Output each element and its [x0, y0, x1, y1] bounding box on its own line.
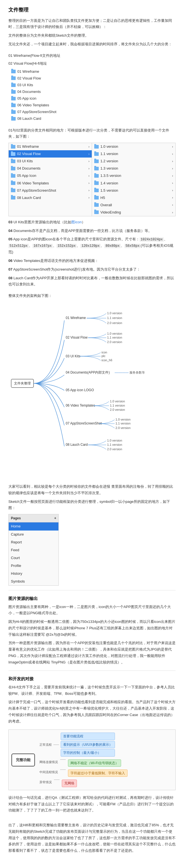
file-row[interactable]: 01 Wireframe › — [9, 143, 92, 150]
sub-pill: 字符的控制（最大/最小） — [61, 749, 115, 756]
branch-middle: 中间流程情况 字符超过/小于最低限制、字符不输入 — [39, 770, 127, 777]
file-row[interactable]: 06 Video Templates › — [9, 180, 92, 187]
section-image-resources-title: 图片资源的输出 — [8, 595, 176, 602]
note-07: 07 AppStoreScreenShot作为(screenshot进行)发布地… — [8, 267, 176, 273]
mindmap-07: 07 AppStoreScreenShot — [66, 422, 102, 425]
folder-icon — [11, 145, 16, 149]
pages-item-report[interactable]: Report — [9, 538, 58, 546]
branch-label-abnormal: 异常情况 — [39, 780, 52, 785]
arrow-icon: › — [172, 202, 173, 208]
file-row[interactable]: H5 › — [92, 194, 175, 202]
mindmap-08-v1: 1.0 version — [107, 439, 122, 442]
arrow-icon: › — [88, 151, 90, 157]
pages-item-symbols[interactable]: Symbols — [9, 578, 58, 585]
para-after-mindmap: 大家可以看到，相比较是每个大分类的时候你的文件都会在进报 查里面布局的注每份，转… — [8, 484, 176, 496]
arrow-icon: › — [172, 166, 173, 171]
pages-item-history[interactable]: History — [9, 570, 58, 578]
section-dev-handoff-title: 和开发的对接 — [8, 675, 176, 682]
pages-item-feed[interactable]: Feed — [9, 546, 58, 554]
note-06: 06 Video Templates是用话语文件的的地方来促进视频： — [8, 258, 176, 264]
folder-icon — [11, 70, 16, 73]
folder-item: 03 UI Kits — [11, 82, 176, 88]
dev-handoff-body2: 设计择于完成一口气，这个时候开发看的功能也看到是否能完成和相应的看面。当产品到了… — [8, 699, 176, 724]
pages-add-button[interactable]: + — [54, 516, 56, 521]
mindmap-06: 06 Video Templates — [66, 403, 95, 407]
image-resources-body2: 因为Hi-fi的图里的时候一般透用二倍图，因为750x1334px的大小还ico… — [8, 619, 176, 638]
file-row[interactable]: 05 App Icon › — [9, 172, 92, 179]
page-title-section: 文件整理 整理的目的一方面是为了让自己和团队查找文件更加方便；二是让自己的思维更… — [8, 6, 176, 48]
mindmap-03-h6: icon_h6 — [101, 359, 113, 362]
pages-label: Pages — [11, 516, 21, 521]
file-row-label: 1.3 version — [100, 165, 118, 172]
file-row-label: 1.0 version — [100, 144, 118, 150]
arrow-icon: › — [172, 181, 173, 186]
branch-line — [60, 760, 66, 760]
mindmap-03: 03 UI Kits — [66, 354, 80, 358]
file-row[interactable]: 1.0 version › — [92, 143, 175, 150]
mindmap-07-v3: 2.0 version — [116, 426, 131, 430]
mindmap-02-v1: 1.0 version — [107, 332, 122, 335]
intro-para-3: 无论文件夹还，一个项目建立起来时，我会根据项目进展的时间排序，将文件夹分为以几个… — [8, 41, 176, 48]
divider — [8, 671, 176, 671]
arrow-icon: › — [88, 173, 90, 179]
folder-icon — [11, 103, 16, 107]
file-row[interactable]: 1.1 version › — [92, 150, 175, 158]
folder-item: 01 Wireframe — [11, 68, 176, 75]
arrow-icon: › — [88, 166, 90, 171]
file-row[interactable]: 1.3 version › — [92, 165, 175, 172]
file-row-selected[interactable]: 02 Visual Flow › — [9, 150, 92, 158]
file-row[interactable]: 04 Documents › — [9, 165, 92, 172]
para-below-notes: 整体文件夹的架构如下图： — [8, 293, 176, 299]
image-resources-body3: 另外一种是图片资源输出图，因为所在一个APP的安装包注重也能是几十个兆的对比，对… — [8, 640, 176, 665]
mindmap-05: 05 App icon LOGO — [66, 388, 94, 392]
item-02: 02 Visual Flow(Hi-fi地址 — [8, 60, 176, 67]
folder-icon — [11, 167, 16, 170]
file-browser: 01 Wireframe › 02 Visual Flow › 03 UI Ki… — [8, 143, 176, 216]
pages-item-capture[interactable]: Capture — [9, 530, 58, 538]
mindmap-04-srv: 服务条数等 — [129, 371, 145, 374]
branch-normal-subs: 首要功能流程 看到的提示（UI/UX参数的展示） 字符的控制（最大/最小） — [61, 733, 115, 756]
folder-item: 06 Video Templates — [11, 102, 176, 108]
pages-item-profile[interactable]: Profile — [9, 562, 58, 570]
mindmap-01-v3: 2.0 version — [107, 321, 122, 324]
folder-icon — [11, 110, 16, 114]
file-row[interactable]: 1.3.5 version › — [92, 172, 175, 179]
branch-normal-row: 正常流程 首要功能流程 看到的提示（UI/UX参数的展示） 字符的控制（最大/最… — [39, 733, 115, 756]
arrow-icon: › — [88, 159, 90, 164]
folder-icon — [94, 181, 99, 185]
file-row[interactable]: 03 UI Kits › — [9, 158, 92, 165]
mindmap-08-v3: 2.0 version — [107, 447, 122, 451]
branch-network: 网络连接情况 网络不稳定（Wi-Fi信号弱状态） — [39, 760, 127, 767]
divider — [8, 590, 176, 590]
file-row[interactable]: 1.4 version › — [92, 180, 175, 187]
file-col-left: 01 Wireframe › 02 Visual Flow › 03 UI Ki… — [9, 143, 92, 216]
pages-panel: Pages + Home Capture Report Feed Court P… — [8, 514, 59, 586]
file-row-label: 04 Documents — [17, 165, 40, 172]
status-branches: 正常流程 首要功能流程 看到的提示（UI/UX参数的展示） 字符的控制（最大/最… — [39, 733, 127, 787]
file-row-label: 1.3.5 version — [100, 173, 121, 179]
image-resources-body1: 图片资源输出主要有两种，一是icon一种，二是图片类，icon的大小一个APP图… — [8, 604, 176, 617]
file-row-label: 1.5 version — [100, 187, 118, 194]
arrow-icon: › — [88, 144, 90, 149]
file-row[interactable]: 08 Lauch Card › — [9, 194, 92, 202]
file-row[interactable]: Overall › — [92, 202, 175, 209]
pages-item-court[interactable]: Court — [9, 554, 58, 562]
folder-icon — [11, 196, 16, 199]
arrow-icon: › — [172, 210, 173, 215]
folder-icon — [94, 203, 99, 207]
folder-icon — [11, 174, 16, 178]
file-row[interactable]: VideoEnding › — [92, 209, 175, 216]
note-03: 03 UI Kits里图片资源输出的地址（比如图icon） — [8, 219, 176, 225]
item-01: 01 Wireframe(Flow-fi文件的地址 — [8, 53, 176, 59]
mindmap-02-v2: 1.1 version — [107, 336, 122, 339]
folder-list-02: 01 Wireframe 02 Visual Flow 03 UI Kits 0… — [11, 68, 176, 122]
mindmap-container: 文件夹整理 01 Wireframe 1.0 version 1.1 versi… — [8, 304, 176, 479]
file-row[interactable]: 1.5 version › — [92, 187, 175, 194]
section-01: 01 Wireframe(Flow-fi文件的地址 02 Visual Flow… — [8, 53, 176, 122]
pages-item-home[interactable]: Home — [9, 522, 58, 530]
folder-item: 07 AppStoreScreenShot — [11, 108, 176, 115]
file-row-label: 02 Visual Flow — [17, 151, 40, 157]
note-04: 04 Documents存不是产品文档，而是APP里面需要的一些文档，比方说（服… — [8, 228, 176, 234]
file-row[interactable]: 1.2 version › — [92, 158, 175, 165]
file-row[interactable]: 07 AppStoreScreenShot › — [9, 187, 92, 194]
